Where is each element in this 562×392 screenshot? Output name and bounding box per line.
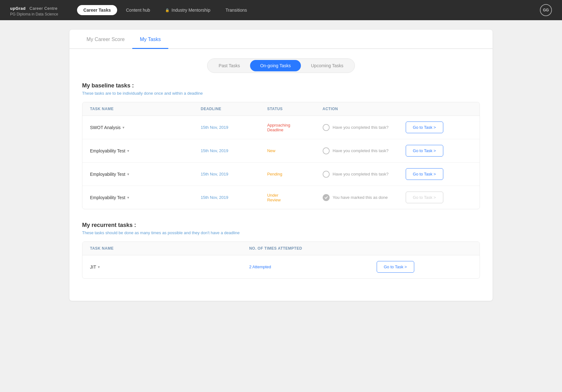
task-deadline: 15th Nov, 2019 <box>201 172 267 176</box>
recurrent-title: My recurrent tasks : <box>82 222 480 229</box>
task-action: Have you completed this task? <box>323 147 406 154</box>
checkmark-icon <box>324 196 328 199</box>
table-row: JIT ▾ 2 Attempted Go to Task > <box>82 255 480 278</box>
chevron-down-icon: ▾ <box>123 125 124 130</box>
task-status: New <box>267 148 322 153</box>
brand-title: upGrad Career Centre <box>10 4 58 11</box>
task-name-emp3: Employability Test ▾ <box>90 195 201 200</box>
task-status: ApproachingDeadline <box>267 123 322 132</box>
goto-task-cell: Go to Task > <box>406 145 472 157</box>
task-status: Pending <box>267 172 322 176</box>
col-task-name: TASK NAME <box>90 107 201 111</box>
baseline-subtitle: These tasks are to be individually done … <box>82 91 480 96</box>
segment-control: Past Tasks On-going Tasks Upcoming Tasks <box>82 58 480 73</box>
rcol-times-attempted: NO. OF TIMES ATTEMPTED <box>249 246 376 251</box>
rcol-task-name: TASK NAME <box>90 246 249 251</box>
completion-checkbox[interactable] <box>323 171 330 178</box>
main-card: My Career Score My Tasks Past Tasks On-g… <box>69 30 493 301</box>
recurrent-subtitle: These tasks should be done as many times… <box>82 230 480 235</box>
col-status: STATUS <box>267 107 322 111</box>
card-body: Past Tasks On-going Tasks Upcoming Tasks… <box>69 49 493 301</box>
header: upGrad Career Centre PG Diploma in Data … <box>0 0 562 20</box>
baseline-section: My baseline tasks : These tasks are to b… <box>82 82 480 209</box>
recurrent-section: My recurrent tasks : These tasks should … <box>82 222 480 279</box>
goto-task-cell: Go to Task > <box>406 168 472 180</box>
table-row: Employability Test ▾ 15th Nov, 2019 Unde… <box>82 186 480 209</box>
tab-career-score[interactable]: My Career Score <box>79 30 132 49</box>
task-name-swot: SWOT Analysis ▾ <box>90 125 201 130</box>
task-deadline: 15th Nov, 2019 <box>201 195 267 200</box>
main-content: My Career Score My Tasks Past Tasks On-g… <box>0 20 562 310</box>
brand: upGrad Career Centre PG Diploma in Data … <box>10 4 58 16</box>
col-action: ACTION <box>323 107 406 111</box>
chevron-down-icon: ▾ <box>127 149 129 153</box>
header-nav: Career Tasks Content hub 🔒 Industry Ment… <box>77 5 540 15</box>
brand-bold: upGrad <box>10 6 26 11</box>
chevron-down-icon: ▾ <box>127 172 129 176</box>
col-deadline: DEADLINE <box>201 107 267 111</box>
completion-checkbox[interactable] <box>323 124 330 131</box>
table-row: Employability Test ▾ 15th Nov, 2019 New … <box>82 139 480 163</box>
recurrent-table-header: TASK NAME NO. OF TIMES ATTEMPTED <box>82 242 480 255</box>
go-to-task-button[interactable]: Go to Task > <box>406 145 443 157</box>
times-attempted: 2 Attempted <box>249 264 376 269</box>
segment-ongoing-tasks[interactable]: On-going Tasks <box>250 60 301 71</box>
nav-career-tasks[interactable]: Career Tasks <box>77 5 117 15</box>
go-to-task-button[interactable]: Go to Task > <box>377 261 414 273</box>
go-to-task-button-disabled: Go to Task > <box>406 192 443 203</box>
table-row: SWOT Analysis ▾ 15th Nov, 2019 Approachi… <box>82 116 480 139</box>
task-deadline: 15th Nov, 2019 <box>201 125 267 130</box>
baseline-title: My baseline tasks : <box>82 82 480 89</box>
chevron-down-icon: ▾ <box>127 195 129 200</box>
nav-industry-mentorship[interactable]: 🔒 Industry Mentorship <box>159 5 217 15</box>
completion-checkbox[interactable] <box>323 147 330 154</box>
task-action: Have you completed this task? <box>323 124 406 131</box>
baseline-table-header: TASK NAME DEADLINE STATUS ACTION <box>82 102 480 116</box>
task-deadline: 15th Nov, 2019 <box>201 148 267 153</box>
nav-transitions[interactable]: Transitions <box>219 5 253 15</box>
tab-my-tasks[interactable]: My Tasks <box>132 30 168 49</box>
go-to-task-button[interactable]: Go to Task > <box>406 122 443 133</box>
goto-task-cell: Go to Task > <box>406 192 472 203</box>
col-btn <box>406 107 472 111</box>
goto-task-cell: Go to Task > <box>406 122 472 133</box>
brand-subtitle: PG Diploma in Data Science <box>10 12 58 16</box>
tabs-header: My Career Score My Tasks <box>69 30 493 49</box>
task-name-emp2: Employability Test ▾ <box>90 172 201 177</box>
task-action: You have marked this as done <box>323 194 406 201</box>
segment-wrapper: Past Tasks On-going Tasks Upcoming Tasks <box>207 58 355 73</box>
chevron-down-icon: ▾ <box>98 265 100 269</box>
segment-past-tasks[interactable]: Past Tasks <box>209 60 250 71</box>
recurrent-table: TASK NAME NO. OF TIMES ATTEMPTED JIT ▾ 2… <box>82 241 480 279</box>
avatar[interactable]: GG <box>540 4 552 16</box>
completion-checkbox-done <box>323 194 330 201</box>
nav-content-hub[interactable]: Content hub <box>120 5 156 15</box>
goto-task-cell: Go to Task > <box>377 261 472 273</box>
table-row: Employability Test ▾ 15th Nov, 2019 Pend… <box>82 163 480 186</box>
task-action: Have you completed this task? <box>323 171 406 178</box>
go-to-task-button[interactable]: Go to Task > <box>406 168 443 180</box>
task-name-emp1: Employability Test ▾ <box>90 148 201 153</box>
task-name-jit: JIT ▾ <box>90 264 249 270</box>
baseline-table: TASK NAME DEADLINE STATUS ACTION SWOT An… <box>82 102 480 209</box>
segment-upcoming-tasks[interactable]: Upcoming Tasks <box>301 60 353 71</box>
task-status: UnderReview <box>267 193 322 202</box>
brand-light: Career Centre <box>29 6 57 11</box>
rcol-btn <box>377 246 472 251</box>
lock-icon: 🔒 <box>165 8 170 12</box>
